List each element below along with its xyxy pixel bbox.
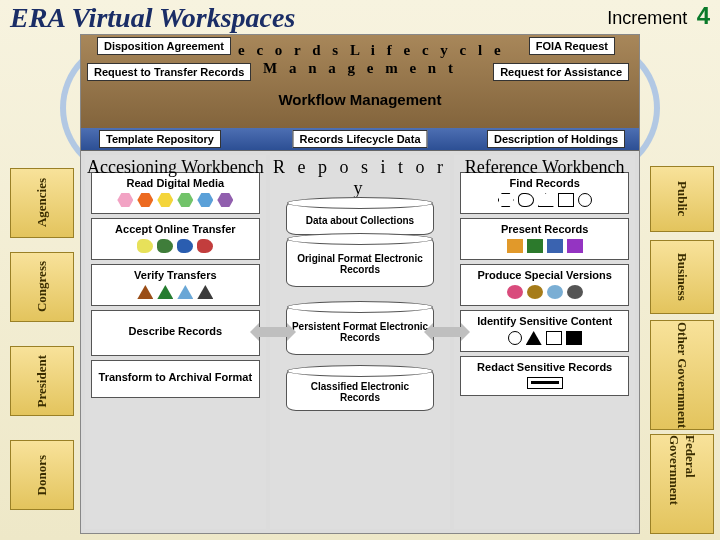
reference-title: Reference Workbench	[454, 155, 635, 178]
increment-value: 4	[697, 2, 710, 29]
accessioning-column: Accesioning Workbench Read Digital Media…	[85, 155, 266, 529]
find-shapes-icon	[465, 193, 624, 207]
original-format-label: Original Format Electronic Records	[291, 253, 430, 275]
sidebar-tab-federal-government[interactable]: Federal Government	[650, 434, 714, 534]
sidebar-tab-label: Other Government	[674, 322, 690, 428]
records-lifecycle-data-button[interactable]: Records Lifecycle Data	[292, 130, 427, 148]
transform-archival-label: Transform to Archival Format	[96, 371, 255, 383]
accept-online-transfer-card[interactable]: Accept Online Transfer	[91, 218, 260, 260]
identify-shapes-icon	[465, 331, 624, 345]
request-assistance-button[interactable]: Request for Assistance	[493, 63, 629, 81]
verify-transfers-label: Verify Transfers	[96, 269, 255, 281]
sidebar-tab-president[interactable]: President	[10, 346, 74, 416]
present-records-label: Present Records	[465, 223, 624, 235]
accept-online-transfer-label: Accept Online Transfer	[96, 223, 255, 235]
reference-column: Reference Workbench Find Records Present…	[454, 155, 635, 529]
describe-records-label: Describe Records	[96, 325, 255, 337]
transfer-shapes-icon	[96, 239, 255, 253]
sidebar-tab-label: Donors	[34, 455, 50, 495]
verify-transfers-card[interactable]: Verify Transfers	[91, 264, 260, 306]
classified-label: Classified Electronic Records	[291, 381, 430, 403]
template-repository-button[interactable]: Template Repository	[99, 130, 221, 148]
original-format-db[interactable]: Original Format Electronic Records	[286, 237, 435, 287]
sidebar-tab-congress[interactable]: Congress	[10, 252, 74, 322]
sidebar-tab-label: Congress	[34, 261, 50, 312]
body-columns: Accesioning Workbench Read Digital Media…	[81, 151, 639, 533]
persistent-format-label: Persistent Format Electronic Records	[291, 321, 430, 343]
produce-versions-card[interactable]: Produce Special Versions	[460, 264, 629, 306]
description-holdings-button[interactable]: Description of Holdings	[487, 130, 625, 148]
read-digital-media-label: Read Digital Media	[96, 177, 255, 189]
repository-title: R e p o s i t o r y	[270, 155, 451, 199]
sidebar-tab-label: Agencies	[34, 178, 50, 227]
verify-shapes-icon	[96, 285, 255, 299]
present-records-card[interactable]: Present Records	[460, 218, 629, 260]
find-records-card[interactable]: Find Records	[460, 172, 629, 214]
data-collections-db[interactable]: Data about Collections	[286, 201, 435, 235]
redact-icon	[465, 377, 624, 389]
read-digital-media-card[interactable]: Read Digital Media	[91, 172, 260, 214]
sidebar-tab-label: Public	[674, 181, 690, 216]
main-panel: R e c o r d s L i f e c y c l e M a n a …	[80, 34, 640, 534]
identify-sensitive-label: Identify Sensitive Content	[465, 315, 624, 327]
sidebar-tab-agencies[interactable]: Agencies	[10, 168, 74, 238]
sidebar-tab-other-government[interactable]: Other Government	[650, 320, 714, 430]
media-shapes-icon	[96, 193, 255, 207]
present-shapes-icon	[465, 239, 624, 253]
foia-request-button[interactable]: FOIA Request	[529, 37, 615, 55]
data-collections-label: Data about Collections	[306, 215, 414, 226]
accessioning-title: Accesioning Workbench	[85, 155, 266, 178]
sidebar-tab-public[interactable]: Public	[650, 166, 714, 232]
increment-label: Increment	[607, 8, 687, 28]
repository-column: R e p o s i t o r y Data about Collectio…	[270, 155, 451, 529]
increment-group: Increment 4	[607, 2, 710, 30]
redact-records-card[interactable]: Redact Sensitive Records	[460, 356, 629, 396]
persistent-format-db[interactable]: Persistent Format Electronic Records	[286, 305, 435, 355]
request-transfer-button[interactable]: Request to Transfer Records	[87, 63, 251, 81]
sidebar-tab-label: President	[34, 355, 50, 407]
produce-versions-label: Produce Special Versions	[465, 269, 624, 281]
find-records-label: Find Records	[465, 177, 624, 189]
records-lifecycle-banner: R e c o r d s L i f e c y c l e M a n a …	[81, 35, 639, 151]
app-title: ERA Virtual Workspaces	[10, 2, 295, 34]
transform-archival-card[interactable]: Transform to Archival Format	[91, 360, 260, 398]
produce-shapes-icon	[465, 285, 624, 299]
sidebar-tab-label: Federal Government	[666, 435, 698, 533]
connector-arrow-icon	[259, 327, 287, 337]
identify-sensitive-card[interactable]: Identify Sensitive Content	[460, 310, 629, 352]
sidebar-tab-business[interactable]: Business	[650, 240, 714, 314]
sidebar-tab-label: Business	[674, 253, 690, 301]
describe-records-card[interactable]: Describe Records	[91, 310, 260, 356]
workflow-management-label: Workflow Management	[81, 91, 639, 108]
redact-records-label: Redact Sensitive Records	[465, 361, 624, 373]
sidebar-tab-donors[interactable]: Donors	[10, 440, 74, 510]
disposition-agreement-button[interactable]: Disposition Agreement	[97, 37, 231, 55]
classified-db[interactable]: Classified Electronic Records	[286, 369, 435, 411]
connector-arrow-icon	[433, 327, 461, 337]
